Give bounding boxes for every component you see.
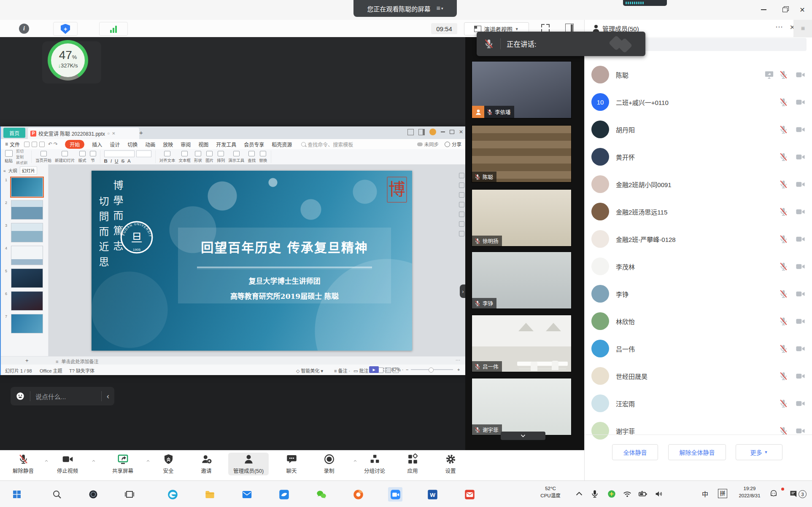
wps-menu-放映[interactable]: 放映 (163, 141, 173, 148)
mic-muted-icon[interactable] (779, 317, 788, 326)
camera-icon[interactable] (796, 289, 805, 299)
slide-thumbnail[interactable]: 4 (11, 246, 43, 265)
search-icon[interactable] (50, 487, 64, 502)
camera-icon[interactable] (796, 180, 805, 189)
tray-volume-icon[interactable] (653, 488, 664, 499)
wps-layout-icon[interactable] (418, 129, 425, 135)
toolbar-shield[interactable]: 安全 (148, 453, 189, 475)
share-button[interactable]: 分享 (445, 141, 461, 148)
wps-menu-设计[interactable]: 设计 (110, 141, 120, 148)
video-tile[interactable]: 谢宇菲 (472, 378, 572, 435)
toolbar-member[interactable]: 管理成员(50) (228, 453, 269, 475)
ribbon-cmd[interactable]: 排列 (217, 151, 225, 163)
ribbon-cmd[interactable]: 文本框 (179, 151, 191, 163)
taskbar-edge-icon[interactable] (165, 487, 180, 502)
taskbar-wechat-icon[interactable] (314, 487, 328, 502)
unmute-all-button[interactable]: 解除全体静音 (668, 444, 726, 460)
ribbon-cmd[interactable]: 当页开始 (35, 151, 51, 163)
more-videos-chevron[interactable] (501, 432, 545, 440)
toolbar-breakout[interactable]: 分组讨论 (354, 453, 395, 475)
participant-row[interactable]: 陈聪 (585, 61, 812, 89)
camera-icon[interactable] (796, 152, 805, 162)
ribbon-paste[interactable]: 粘贴 (5, 150, 13, 164)
wps-side-tools[interactable] (459, 173, 464, 236)
wps-menu-动画[interactable]: 动画 (145, 141, 155, 148)
ribbon-cmd[interactable]: 复制 (16, 154, 27, 160)
camera-icon[interactable] (796, 207, 805, 217)
tab-close-icon[interactable]: ✕ (112, 131, 115, 136)
zoom-slider-knob[interactable] (429, 368, 434, 373)
camera-icon[interactable] (796, 399, 805, 408)
undo-redo-icons[interactable]: ↶↷ (48, 141, 59, 147)
participant-row[interactable]: 林欣怡 (585, 308, 812, 335)
mic-muted-icon[interactable] (779, 344, 788, 354)
ribbon-cmd[interactable]: 形状 (194, 151, 202, 163)
wps-minimize-icon[interactable] (441, 131, 445, 132)
toolbar-chat[interactable]: 聊天 (271, 453, 312, 475)
slide-thumbnail[interactable]: 3 (11, 223, 43, 242)
slide-thumbnail[interactable]: 7 (11, 314, 43, 333)
video-tile[interactable]: 李依璠 (472, 61, 572, 118)
wps-command-search[interactable]: 查找命令、搜索模板 (301, 141, 353, 148)
mute-all-button[interactable]: 全体静音 (612, 444, 658, 460)
maximize-button[interactable] (779, 4, 791, 15)
camera-icon[interactable] (796, 234, 805, 244)
taskbar-browser-icon[interactable] (351, 487, 365, 502)
cpu-temp-widget[interactable]: 52°CCPU温度 (532, 485, 569, 500)
collapse-chat-icon[interactable]: ‹ (107, 392, 109, 401)
wps-menu-会员专享[interactable]: 会员专享 (244, 141, 264, 148)
wps-maximize-icon[interactable] (450, 130, 454, 134)
ime-pinyin-indicator[interactable]: 拼 (718, 489, 727, 498)
ribbon-format-U[interactable]: U (115, 158, 118, 164)
wps-menu-切换[interactable]: 切换 (127, 141, 138, 148)
theme-name[interactable]: Office 主题 (40, 367, 62, 374)
mic-muted-icon[interactable] (779, 125, 788, 134)
ribbon-format-A[interactable]: A (127, 158, 131, 164)
camera-icon[interactable] (796, 97, 805, 107)
cortana-icon[interactable] (86, 487, 100, 502)
taskbar-folder-icon[interactable] (202, 487, 217, 502)
participant-row[interactable]: 吕一伟 (585, 335, 812, 362)
taskbar-mail-icon[interactable] (240, 487, 254, 502)
ribbon-format-I[interactable]: I (111, 158, 112, 164)
toolbar-share[interactable]: 共享屏幕 (103, 453, 143, 475)
wps-menu-审阅[interactable]: 审阅 (181, 141, 191, 148)
wps-menu-插入[interactable]: 插入 (92, 141, 102, 148)
participant-row[interactable]: 汪宏雨 (585, 390, 812, 417)
ribbon-cmd[interactable]: 替换 (259, 151, 267, 163)
missing-font-warning[interactable]: T? 缺失字体 (69, 367, 94, 374)
ribbon-cmd[interactable]: 新建幻灯片 (55, 151, 75, 163)
toolbar-caret-icon[interactable] (91, 459, 97, 463)
meeting-info-icon[interactable]: i (18, 22, 30, 35)
clock-widget[interactable]: 19:292022/8/31 (731, 485, 768, 500)
participant-row[interactable]: 金融2班汤思远115 (585, 198, 812, 225)
notes-more-icon[interactable]: ⋯ (456, 357, 460, 363)
participant-row[interactable]: 胡丹阳 (585, 116, 812, 143)
slide-thumbnail[interactable]: 6 (11, 291, 43, 311)
wps-menu-稻壳资源[interactable]: 稻壳资源 (272, 141, 292, 148)
ime-chinese-indicator[interactable]: 中 (702, 489, 708, 498)
mic-muted-icon[interactable] (779, 234, 788, 244)
ribbon-cmd[interactable]: 演示工具 (228, 151, 244, 163)
outline-tab[interactable]: 大纲 (8, 167, 17, 174)
participant-row[interactable]: 金融2班-严攀峰-0128 (585, 225, 812, 253)
ribbon-cmd[interactable]: 查找 (248, 151, 256, 163)
more-button[interactable]: 更多▼ (736, 444, 782, 460)
slide-thumbnail[interactable]: 1 (11, 177, 43, 197)
toolbar-apps[interactable]: 应用 (392, 453, 433, 475)
notification-count-badge[interactable]: 3 (799, 490, 807, 498)
wps-close-icon[interactable]: ✕ (459, 129, 463, 135)
comments-button[interactable]: ▭ 批注 (353, 367, 368, 374)
participant-row[interactable]: 黄开怀 (585, 143, 812, 171)
mic-muted-icon[interactable] (779, 371, 788, 381)
mic-muted-icon[interactable] (779, 70, 788, 80)
toolbar-gear[interactable]: 设置 (430, 453, 471, 475)
zoom-slider[interactable] (411, 369, 453, 370)
wps-menu-开始[interactable]: 开始 (65, 140, 84, 149)
camera-icon[interactable] (796, 70, 805, 80)
tray-antivirus-icon[interactable] (606, 488, 617, 499)
mic-muted-icon[interactable] (779, 180, 788, 189)
security-icon[interactable]: + (53, 22, 78, 36)
task-view-icon[interactable] (122, 487, 137, 502)
wps-document-tab[interactable]: P 校史宣讲 陈聪 20220831.pptx ○ ✕ (28, 128, 139, 139)
